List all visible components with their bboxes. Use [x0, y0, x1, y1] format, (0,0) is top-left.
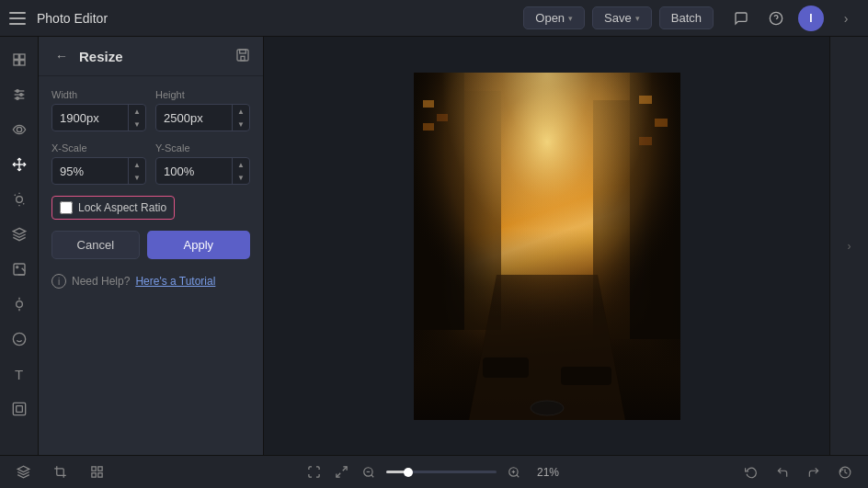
svg-point-49 — [531, 401, 564, 415]
svg-rect-3 — [19, 54, 24, 59]
expand-icon[interactable] — [331, 462, 351, 482]
canvas-area — [264, 37, 829, 455]
yscale-down[interactable]: ▼ — [233, 171, 249, 184]
svg-rect-4 — [14, 61, 18, 65]
tool-layers[interactable] — [4, 219, 35, 250]
xscale-label: X-Scale — [51, 142, 146, 153]
lock-aspect-container: Lock Aspect Ratio — [51, 196, 250, 220]
yscale-label: Y-Scale — [155, 142, 250, 153]
width-spinners: ▲ ▼ — [128, 105, 145, 131]
xscale-up[interactable]: ▲ — [129, 158, 145, 171]
width-up[interactable]: ▲ — [129, 105, 145, 118]
width-group: Width ▲ ▼ — [51, 89, 146, 131]
cancel-button[interactable]: Cancel — [51, 231, 140, 259]
svg-rect-52 — [97, 467, 101, 471]
apply-button[interactable]: Apply — [147, 231, 250, 259]
open-button[interactable]: Open ▾ — [523, 6, 585, 29]
expand-icon-button[interactable]: › — [833, 6, 859, 31]
tool-adjust[interactable] — [4, 79, 35, 110]
height-input[interactable] — [156, 107, 232, 130]
svg-point-11 — [16, 97, 18, 100]
lock-aspect-label: Lock Aspect Ratio — [78, 201, 166, 214]
zoom-slider-track[interactable] — [386, 471, 497, 473]
batch-button[interactable]: Batch — [659, 6, 714, 29]
open-label: Open — [535, 11, 565, 25]
tool-resize[interactable] — [4, 149, 35, 180]
help-icon-button[interactable] — [763, 6, 789, 31]
scale-row: X-Scale ▲ ▼ Y-Scale ▲ — [51, 142, 250, 185]
height-spinners: ▲ ▼ — [232, 105, 249, 131]
xscale-spinners: ▲ ▼ — [128, 158, 145, 184]
xscale-input[interactable] — [52, 160, 128, 183]
rs-expand[interactable]: › — [837, 233, 862, 259]
back-button[interactable]: ← — [51, 46, 72, 66]
svg-point-15 — [16, 197, 22, 203]
height-label: Height — [155, 89, 250, 100]
yscale-group: Y-Scale ▲ ▼ — [155, 142, 250, 185]
svg-point-9 — [16, 90, 18, 93]
save-label: Save — [604, 11, 632, 25]
crop-icon[interactable] — [48, 460, 72, 484]
bottombar: 21% — [0, 455, 868, 488]
save-button[interactable]: Save ▾ — [592, 6, 652, 29]
svg-marker-20 — [13, 228, 25, 234]
undo-icon[interactable] — [771, 460, 794, 484]
tool-stickers[interactable] — [4, 323, 35, 355]
tool-effects[interactable] — [4, 254, 35, 285]
avatar[interactable]: I — [798, 6, 824, 31]
zoom-in-icon[interactable] — [504, 462, 524, 482]
svg-rect-53 — [91, 473, 95, 477]
svg-rect-44 — [639, 96, 652, 104]
lock-aspect-checkbox[interactable] — [60, 201, 73, 214]
resize-panel: ← Resize Width ▲ ▼ — [39, 37, 264, 455]
height-down[interactable]: ▼ — [233, 118, 249, 131]
tutorial-link[interactable]: Here's a Tutorial — [135, 275, 215, 288]
topbar: Photo Editor Open ▾ Save ▾ Batch I › — [0, 0, 868, 37]
svg-rect-45 — [655, 119, 668, 127]
svg-line-56 — [336, 473, 339, 477]
width-down[interactable]: ▼ — [129, 118, 145, 131]
lock-aspect-row: Lock Aspect Ratio — [51, 196, 175, 220]
xscale-group: X-Scale ▲ ▼ — [51, 142, 146, 185]
width-input[interactable] — [52, 107, 128, 130]
tool-shapes[interactable] — [4, 289, 35, 320]
panel-title: Resize — [79, 49, 228, 64]
reset-icon[interactable] — [739, 460, 763, 484]
menu-icon[interactable] — [9, 8, 29, 28]
grid-icon[interactable] — [85, 460, 108, 484]
xscale-down[interactable]: ▼ — [129, 171, 145, 184]
history-icon[interactable] — [833, 460, 857, 484]
tool-move[interactable] — [4, 44, 35, 75]
save-chevron: ▾ — [635, 14, 640, 23]
fit-icon[interactable] — [303, 462, 324, 482]
svg-rect-54 — [97, 473, 101, 477]
svg-rect-41 — [423, 100, 434, 108]
zoom-out-icon[interactable] — [359, 462, 379, 482]
height-input-wrap: ▲ ▼ — [155, 104, 250, 131]
tool-border[interactable] — [4, 393, 35, 425]
svg-line-19 — [23, 203, 24, 204]
height-up[interactable]: ▲ — [233, 105, 249, 118]
photo-container — [414, 73, 680, 420]
height-group: Height ▲ ▼ — [155, 89, 250, 131]
layers-icon[interactable] — [11, 460, 35, 484]
zoom-slider-thumb[interactable] — [404, 468, 413, 477]
svg-rect-42 — [423, 123, 434, 131]
redo-icon[interactable] — [802, 460, 826, 484]
tool-text[interactable]: T — [4, 358, 35, 390]
panel-save-icon[interactable] — [235, 48, 250, 65]
svg-point-10 — [19, 94, 22, 96]
svg-line-18 — [14, 195, 15, 196]
help-text: Need Help? — [72, 275, 130, 288]
yscale-input[interactable] — [156, 160, 232, 183]
yscale-spinners: ▲ ▼ — [232, 158, 249, 184]
topbar-right: I › — [728, 6, 859, 31]
tool-view[interactable] — [4, 114, 35, 145]
svg-line-61 — [517, 474, 520, 477]
panel-header: ← Resize — [39, 37, 263, 76]
chat-icon-button[interactable] — [728, 6, 754, 31]
tool-filter[interactable] — [4, 184, 35, 215]
yscale-up[interactable]: ▲ — [233, 158, 249, 171]
svg-rect-2 — [14, 54, 18, 59]
left-toolbar: T — [0, 37, 39, 455]
